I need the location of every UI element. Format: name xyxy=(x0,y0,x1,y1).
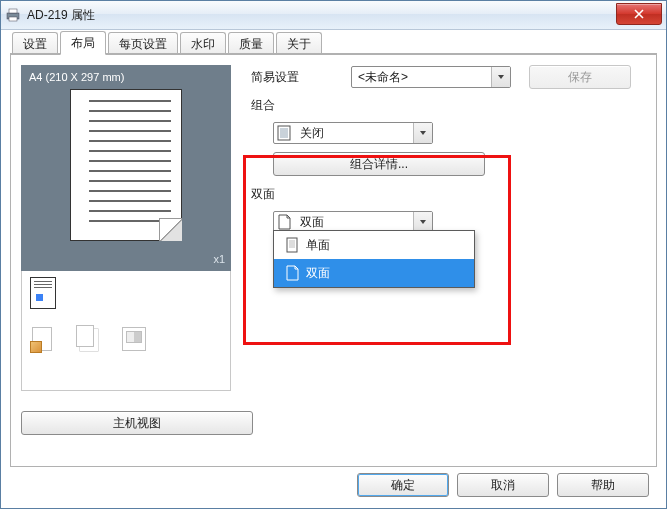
page-preview: 1 xyxy=(70,89,182,241)
thumbnail-panel xyxy=(21,271,231,391)
window-title: AD-219 属性 xyxy=(27,7,95,24)
titlebar: AD-219 属性 xyxy=(1,1,666,30)
combo-combination-value: 关闭 xyxy=(294,125,413,142)
tab-settings[interactable]: 设置 xyxy=(12,32,58,55)
tab-page-setup[interactable]: 每页设置 xyxy=(108,32,178,55)
booklet-icon[interactable] xyxy=(122,325,148,353)
duplex-option-simplex[interactable]: 单面 xyxy=(274,231,474,259)
combo-group-label: 组合 xyxy=(251,97,275,114)
cancel-button[interactable]: 取消 xyxy=(457,473,549,497)
duplex-group-label: 双面 xyxy=(251,186,275,203)
easy-setup-label: 简易设置 xyxy=(251,69,351,86)
document-icon xyxy=(30,277,56,309)
host-view-button-label: 主机视图 xyxy=(113,415,161,432)
chevron-down-icon xyxy=(413,212,432,232)
tab-label: 设置 xyxy=(23,36,47,53)
preview-column: A4 (210 X 297 mm) 1 x1 xyxy=(21,65,231,456)
save-button: 保存 xyxy=(529,65,631,89)
svg-rect-2 xyxy=(9,17,17,21)
combo-combination[interactable]: 关闭 xyxy=(273,122,433,144)
tab-label: 每页设置 xyxy=(119,36,167,53)
tabs-row: 设置 布局 每页设置 水印 质量 关于 xyxy=(2,30,665,54)
preview-box: A4 (210 X 297 mm) 1 x1 xyxy=(21,65,231,271)
combo-row: 关闭 xyxy=(251,122,644,144)
help-button-label: 帮助 xyxy=(591,477,615,494)
paper-size-label: A4 (210 X 297 mm) xyxy=(21,71,231,89)
duplex-group-label-row: 双面 xyxy=(251,186,644,203)
combo-details-button[interactable]: 组合详情... xyxy=(273,152,485,176)
tab-label: 水印 xyxy=(191,36,215,53)
help-button[interactable]: 帮助 xyxy=(557,473,649,497)
host-view-row: 主机视图 xyxy=(21,405,231,435)
duplex-page-icon xyxy=(282,265,302,281)
save-button-label: 保存 xyxy=(568,69,592,86)
multi-page-icon[interactable] xyxy=(76,325,102,353)
dialog-button-bar: 确定 取消 帮助 xyxy=(357,473,649,497)
page-fold-icon xyxy=(159,218,182,241)
duplex-option-label: 单面 xyxy=(306,237,330,254)
thumbnail-icons-row xyxy=(22,315,230,353)
duplex-option-duplex[interactable]: 双面 xyxy=(274,259,474,287)
window-root: AD-219 属性 设置 布局 每页设置 水印 质量 关于 A4 (210 X … xyxy=(0,0,667,509)
client-area: 设置 布局 每页设置 水印 质量 关于 A4 (210 X 297 mm) 1 … xyxy=(2,30,665,507)
chevron-down-icon xyxy=(491,67,510,87)
svg-rect-1 xyxy=(9,9,17,13)
duplex-option-label: 双面 xyxy=(306,265,330,282)
duplex-combo-value: 双面 xyxy=(294,214,413,231)
tab-label: 关于 xyxy=(287,36,311,53)
combo-details-button-label: 组合详情... xyxy=(350,156,408,173)
duplex-dropdown-popup: 单面 双面 xyxy=(273,230,475,288)
close-button[interactable] xyxy=(616,3,662,25)
easy-setup-row: 简易设置 <未命名> 保存 xyxy=(251,65,644,89)
ok-button-label: 确定 xyxy=(391,477,415,494)
chevron-down-icon xyxy=(413,123,432,143)
tab-about[interactable]: 关于 xyxy=(276,32,322,55)
combo-group-label-row: 组合 xyxy=(251,97,644,114)
printer-icon xyxy=(5,7,21,23)
ok-button[interactable]: 确定 xyxy=(357,473,449,497)
simplex-page-icon xyxy=(282,237,302,253)
tab-quality[interactable]: 质量 xyxy=(228,32,274,55)
cancel-button-label: 取消 xyxy=(491,477,515,494)
duplex-page-icon xyxy=(274,214,294,230)
tab-watermark[interactable]: 水印 xyxy=(180,32,226,55)
tab-layout[interactable]: 布局 xyxy=(60,31,106,55)
tab-label: 布局 xyxy=(71,35,95,52)
preview-count-label: x1 xyxy=(213,253,225,265)
nup-icon[interactable] xyxy=(30,325,56,353)
thumbnail-selected xyxy=(22,271,230,315)
layout-panel: A4 (210 X 297 mm) 1 x1 xyxy=(10,54,657,467)
tab-label: 质量 xyxy=(239,36,263,53)
page-preview-lines xyxy=(89,100,171,222)
host-view-button[interactable]: 主机视图 xyxy=(21,411,253,435)
easy-setup-value: <未命名> xyxy=(352,69,491,86)
combination-off-icon xyxy=(274,125,294,141)
easy-setup-combo[interactable]: <未命名> xyxy=(351,66,511,88)
combo-details-row: 组合详情... xyxy=(251,152,644,176)
svg-rect-4 xyxy=(280,128,288,138)
